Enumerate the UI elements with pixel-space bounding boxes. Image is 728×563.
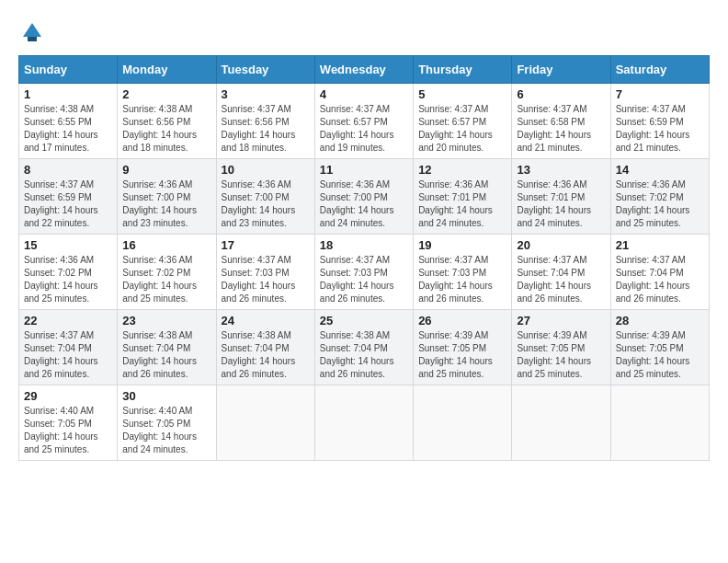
- calendar-cell: [610, 385, 709, 461]
- day-number: 5: [418, 87, 506, 101]
- day-number: 10: [222, 163, 310, 177]
- day-number: 2: [122, 87, 210, 101]
- day-number: 7: [616, 87, 704, 101]
- day-detail: Sunrise: 4:36 AM Sunset: 7:01 PM Dayligh…: [517, 178, 605, 230]
- day-number: 24: [222, 314, 310, 327]
- day-detail: Sunrise: 4:38 AM Sunset: 7:04 PM Dayligh…: [122, 329, 210, 381]
- day-detail: Sunrise: 4:37 AM Sunset: 6:59 PM Dayligh…: [616, 103, 704, 155]
- calendar-week-5: 29Sunrise: 4:40 AM Sunset: 7:05 PM Dayli…: [19, 385, 710, 461]
- day-detail: Sunrise: 4:36 AM Sunset: 7:02 PM Dayligh…: [24, 254, 112, 305]
- day-number: 29: [24, 389, 112, 403]
- day-number: 25: [320, 314, 408, 327]
- day-number: 13: [517, 163, 605, 177]
- day-detail: Sunrise: 4:37 AM Sunset: 6:57 PM Dayligh…: [320, 103, 408, 155]
- day-detail: Sunrise: 4:39 AM Sunset: 7:05 PM Dayligh…: [418, 329, 506, 381]
- calendar-cell: [512, 385, 610, 461]
- svg-rect-2: [28, 37, 37, 41]
- calendar-week-1: 1Sunrise: 4:38 AM Sunset: 6:55 PM Daylig…: [19, 84, 710, 159]
- day-number: 23: [122, 314, 210, 327]
- day-number: 9: [122, 163, 210, 177]
- calendar-cell: 9Sunrise: 4:36 AM Sunset: 7:00 PM Daylig…: [118, 159, 216, 235]
- calendar-cell: 7Sunrise: 4:37 AM Sunset: 6:59 PM Daylig…: [610, 84, 709, 159]
- day-detail: Sunrise: 4:37 AM Sunset: 7:04 PM Dayligh…: [24, 329, 112, 381]
- day-detail: Sunrise: 4:37 AM Sunset: 6:57 PM Dayligh…: [418, 103, 506, 155]
- calendar-week-3: 15Sunrise: 4:36 AM Sunset: 7:02 PM Dayli…: [19, 235, 710, 310]
- day-number: 11: [320, 163, 408, 177]
- calendar-cell: [314, 385, 413, 461]
- calendar-cell: 15Sunrise: 4:36 AM Sunset: 7:02 PM Dayli…: [19, 235, 118, 310]
- day-number: 18: [320, 238, 408, 252]
- col-header-saturday: Saturday: [610, 56, 709, 84]
- calendar-cell: 3Sunrise: 4:37 AM Sunset: 6:56 PM Daylig…: [216, 84, 314, 159]
- day-detail: Sunrise: 4:37 AM Sunset: 6:59 PM Dayligh…: [24, 178, 112, 230]
- calendar-cell: 23Sunrise: 4:38 AM Sunset: 7:04 PM Dayli…: [118, 310, 216, 385]
- calendar-cell: 14Sunrise: 4:36 AM Sunset: 7:02 PM Dayli…: [610, 159, 709, 235]
- calendar-cell: 26Sunrise: 4:39 AM Sunset: 7:05 PM Dayli…: [414, 310, 512, 385]
- day-number: 1: [24, 87, 112, 101]
- calendar-cell: 29Sunrise: 4:40 AM Sunset: 7:05 PM Dayli…: [19, 385, 118, 461]
- col-header-wednesday: Wednesday: [314, 56, 413, 84]
- logo-icon: [18, 18, 46, 46]
- day-number: 3: [222, 87, 310, 101]
- calendar-cell: [216, 385, 314, 461]
- calendar-cell: 24Sunrise: 4:38 AM Sunset: 7:04 PM Dayli…: [216, 310, 314, 385]
- day-number: 16: [122, 238, 210, 252]
- calendar-week-2: 8Sunrise: 4:37 AM Sunset: 6:59 PM Daylig…: [19, 159, 710, 235]
- day-detail: Sunrise: 4:37 AM Sunset: 6:56 PM Dayligh…: [222, 103, 310, 155]
- calendar-cell: [414, 385, 512, 461]
- calendar-cell: 1Sunrise: 4:38 AM Sunset: 6:55 PM Daylig…: [19, 84, 118, 159]
- day-detail: Sunrise: 4:36 AM Sunset: 7:02 PM Dayligh…: [122, 254, 210, 305]
- day-detail: Sunrise: 4:37 AM Sunset: 7:03 PM Dayligh…: [320, 254, 408, 305]
- calendar-cell: 27Sunrise: 4:39 AM Sunset: 7:05 PM Dayli…: [512, 310, 610, 385]
- day-number: 22: [24, 314, 112, 327]
- day-detail: Sunrise: 4:36 AM Sunset: 7:00 PM Dayligh…: [222, 178, 310, 230]
- day-number: 14: [616, 163, 704, 177]
- calendar-cell: 22Sunrise: 4:37 AM Sunset: 7:04 PM Dayli…: [19, 310, 118, 385]
- col-header-monday: Monday: [118, 56, 216, 84]
- day-number: 4: [320, 87, 408, 101]
- calendar-cell: 30Sunrise: 4:40 AM Sunset: 7:05 PM Dayli…: [118, 385, 216, 461]
- day-detail: Sunrise: 4:38 AM Sunset: 7:04 PM Dayligh…: [222, 329, 310, 381]
- calendar-cell: 17Sunrise: 4:37 AM Sunset: 7:03 PM Dayli…: [216, 235, 314, 310]
- day-detail: Sunrise: 4:40 AM Sunset: 7:05 PM Dayligh…: [24, 405, 112, 456]
- calendar-cell: 6Sunrise: 4:37 AM Sunset: 6:58 PM Daylig…: [512, 84, 610, 159]
- day-detail: Sunrise: 4:37 AM Sunset: 7:04 PM Dayligh…: [616, 254, 704, 305]
- col-header-tuesday: Tuesday: [216, 56, 314, 84]
- day-detail: Sunrise: 4:36 AM Sunset: 7:00 PM Dayligh…: [320, 178, 408, 230]
- day-number: 21: [616, 238, 704, 252]
- calendar-cell: 25Sunrise: 4:38 AM Sunset: 7:04 PM Dayli…: [314, 310, 413, 385]
- day-number: 27: [517, 314, 605, 327]
- day-detail: Sunrise: 4:36 AM Sunset: 7:00 PM Dayligh…: [122, 178, 210, 230]
- day-detail: Sunrise: 4:38 AM Sunset: 6:56 PM Dayligh…: [122, 103, 210, 155]
- header: [18, 18, 710, 46]
- day-detail: Sunrise: 4:37 AM Sunset: 7:03 PM Dayligh…: [222, 254, 310, 305]
- calendar-header-row: SundayMondayTuesdayWednesdayThursdayFrid…: [19, 56, 710, 84]
- day-number: 6: [517, 87, 605, 101]
- calendar-cell: 20Sunrise: 4:37 AM Sunset: 7:04 PM Dayli…: [512, 235, 610, 310]
- day-detail: Sunrise: 4:36 AM Sunset: 7:01 PM Dayligh…: [418, 178, 506, 230]
- calendar-cell: 2Sunrise: 4:38 AM Sunset: 6:56 PM Daylig…: [118, 84, 216, 159]
- day-number: 17: [222, 238, 310, 252]
- col-header-sunday: Sunday: [19, 56, 118, 84]
- day-detail: Sunrise: 4:39 AM Sunset: 7:05 PM Dayligh…: [517, 329, 605, 381]
- logo: [18, 18, 50, 46]
- day-detail: Sunrise: 4:37 AM Sunset: 6:58 PM Dayligh…: [517, 103, 605, 155]
- day-detail: Sunrise: 4:37 AM Sunset: 7:03 PM Dayligh…: [418, 254, 506, 305]
- calendar-cell: 12Sunrise: 4:36 AM Sunset: 7:01 PM Dayli…: [414, 159, 512, 235]
- calendar-cell: 4Sunrise: 4:37 AM Sunset: 6:57 PM Daylig…: [314, 84, 413, 159]
- calendar-cell: 13Sunrise: 4:36 AM Sunset: 7:01 PM Dayli…: [512, 159, 610, 235]
- calendar-cell: 11Sunrise: 4:36 AM Sunset: 7:00 PM Dayli…: [314, 159, 413, 235]
- calendar-cell: 19Sunrise: 4:37 AM Sunset: 7:03 PM Dayli…: [414, 235, 512, 310]
- col-header-thursday: Thursday: [414, 56, 512, 84]
- day-number: 30: [122, 389, 210, 403]
- day-number: 28: [616, 314, 704, 327]
- day-detail: Sunrise: 4:38 AM Sunset: 6:55 PM Dayligh…: [24, 103, 112, 155]
- calendar-cell: 28Sunrise: 4:39 AM Sunset: 7:05 PM Dayli…: [610, 310, 709, 385]
- calendar-table: SundayMondayTuesdayWednesdayThursdayFrid…: [18, 55, 710, 461]
- calendar-cell: 21Sunrise: 4:37 AM Sunset: 7:04 PM Dayli…: [610, 235, 709, 310]
- day-detail: Sunrise: 4:36 AM Sunset: 7:02 PM Dayligh…: [616, 178, 704, 230]
- day-detail: Sunrise: 4:40 AM Sunset: 7:05 PM Dayligh…: [122, 405, 210, 456]
- day-detail: Sunrise: 4:39 AM Sunset: 7:05 PM Dayligh…: [616, 329, 704, 381]
- calendar-cell: 18Sunrise: 4:37 AM Sunset: 7:03 PM Dayli…: [314, 235, 413, 310]
- day-number: 19: [418, 238, 506, 252]
